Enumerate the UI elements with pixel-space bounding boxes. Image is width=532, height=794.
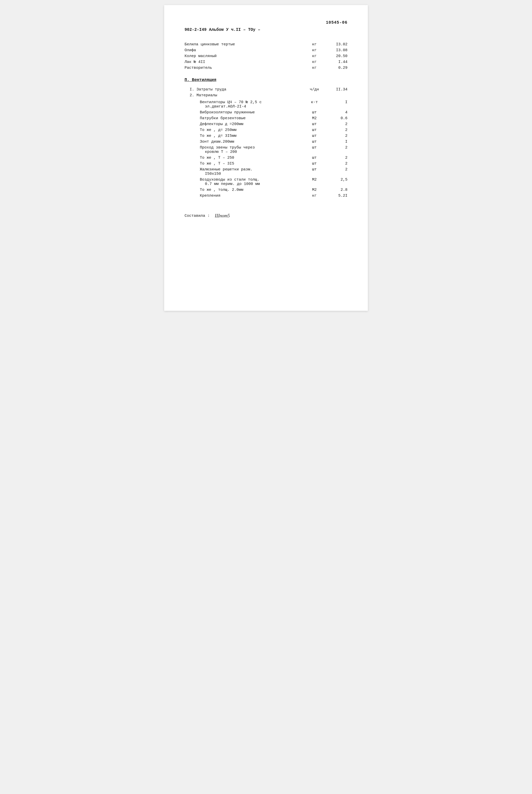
item-name: То же , д= 3I5мм <box>200 134 304 138</box>
item-name: Жалюзиные решетки разм.I50х150 <box>200 167 304 176</box>
item-value: 20.50 <box>325 54 347 58</box>
item-name: Белила цинковые тертые <box>185 42 304 47</box>
section2-items: Вентиляторы ЦЧ – 70 № 2,5 сэл.двигат.АОЛ… <box>200 100 347 198</box>
item-unit: шт <box>304 145 325 150</box>
list-item: То же , толщ. 2.0ммМ22.8 <box>200 188 347 192</box>
item-unit: М2 <box>304 178 325 182</box>
item-unit: к-т <box>304 100 325 105</box>
item-value: 4 <box>325 110 347 115</box>
item-name: Лак № 4II <box>185 60 304 64</box>
item-name: Патрубки брезентовые <box>200 116 304 121</box>
item-value: 2.8 <box>325 188 347 192</box>
labor-row: I. Затраты труда ч/дн II.34 <box>190 87 347 92</box>
header-title: 902-2-I49 Альбом У ч.II – ТОу – <box>185 27 347 32</box>
table-row: Лак № 4IIкгI.44 <box>185 60 347 64</box>
item-name: Зонт диам.200мм <box>200 140 304 144</box>
item-name: Проход звены трубы черезкровлю Т – 200 <box>200 145 304 154</box>
list-item: То же , д= 3I5ммшт2 <box>200 134 347 138</box>
labor-value: II.34 <box>325 87 347 92</box>
item-value: 5.2I <box>325 193 347 198</box>
item-name: Крепления <box>200 193 304 198</box>
section2-title: П. Вентиляция <box>185 78 347 82</box>
list-item: То же , Т – 250шт2 <box>200 155 347 160</box>
item-unit: шт <box>304 134 325 138</box>
signature-section: Составила : Шпот5 <box>185 213 347 219</box>
item-value: 0.29 <box>325 66 347 70</box>
list-item: Жалюзиные решетки разм.I50х150шт2 <box>200 167 347 176</box>
item-unit: М2 <box>304 188 325 192</box>
item-name: Дефлекторы д =200мм <box>200 122 304 126</box>
item-value: 2 <box>325 128 347 132</box>
item-name: Олифа <box>185 48 304 53</box>
item-unit: кг <box>304 66 325 70</box>
list-item: Креплениякг5.2I <box>200 193 347 198</box>
list-item: Проход звены трубы черезкровлю Т – 200шт… <box>200 145 347 154</box>
item-value: I3.08 <box>325 48 347 53</box>
item-value: I <box>325 100 347 105</box>
table-row: Белила цинковые тертыекгI3.02 <box>185 42 347 47</box>
item-name: То же , Т – 3I5 <box>200 162 304 166</box>
item-value: 2,5 <box>325 178 347 182</box>
item-name: Вентиляторы ЦЧ – 70 № 2,5 сэл.двигат.АОЛ… <box>200 100 304 109</box>
list-item: Патрубки брезентовыеМ20.6 <box>200 116 347 121</box>
item-unit: кг <box>304 60 325 64</box>
table-row: ОлифакгI3.08 <box>185 48 347 53</box>
list-item: Воздуховоды из стали толщ.0.7 мм перим. … <box>200 178 347 186</box>
list-item: Вентиляторы ЦЧ – 70 № 2,5 сэл.двигат.АОЛ… <box>200 100 347 109</box>
item-value: I3.02 <box>325 42 347 47</box>
table-row: Колер масляныйкг20.50 <box>185 54 347 58</box>
item-name: Виброизоляторы пружинные <box>200 110 304 115</box>
item-unit: шт <box>304 110 325 115</box>
item-unit: кг <box>304 193 325 198</box>
item-unit: шт <box>304 140 325 144</box>
item-unit: шт <box>304 162 325 166</box>
item-value: 2 <box>325 122 347 126</box>
item-name: Колер масляный <box>185 54 304 58</box>
top-materials-table: Белила цинковые тертыекгI3.02ОлифакгI3.0… <box>185 42 347 70</box>
list-item: Виброизоляторы пружинныешт4 <box>200 110 347 115</box>
item-value: 0.6 <box>325 116 347 121</box>
item-name: Растворитель <box>185 66 304 70</box>
item-unit: М2 <box>304 116 325 121</box>
item-name: То же , Т – 250 <box>200 155 304 160</box>
item-value: 2 <box>325 162 347 166</box>
item-value: I <box>325 140 347 144</box>
item-value: I.44 <box>325 60 347 64</box>
list-item: То же , Т – 3I5шт2 <box>200 162 347 166</box>
labor-label: I. Затраты труда <box>190 87 304 92</box>
item-unit: шт <box>304 122 325 126</box>
item-unit: шт <box>304 155 325 160</box>
item-name: То же , д= 250мм <box>200 128 304 132</box>
item-value: 2 <box>325 145 347 150</box>
section2-content: I. Затраты труда ч/дн II.34 2. Материалы… <box>190 87 347 198</box>
materials-header: 2. Материалы <box>190 93 347 97</box>
item-unit: шт <box>304 128 325 132</box>
item-unit: кг <box>304 54 325 58</box>
signature: Шпот5 <box>215 213 230 219</box>
item-name: Воздуховоды из стали толщ.0.7 мм перим. … <box>200 178 304 186</box>
labor-unit: ч/дн <box>304 87 325 92</box>
document-page: 10545-06 902-2-I49 Альбом У ч.II – ТОу –… <box>164 5 368 311</box>
signature-label: Составила : <box>185 214 210 218</box>
item-unit: кг <box>304 42 325 47</box>
list-item: То же , д= 250ммшт2 <box>200 128 347 132</box>
item-value: 2 <box>325 155 347 160</box>
list-item: Дефлекторы д =200ммшт2 <box>200 122 347 126</box>
item-value: 2 <box>325 167 347 172</box>
table-row: Растворителькг0.29 <box>185 66 347 70</box>
item-unit: кг <box>304 48 325 53</box>
item-name: То же , толщ. 2.0мм <box>200 188 304 192</box>
item-unit: шт <box>304 167 325 172</box>
list-item: Зонт диам.200ммштI <box>200 140 347 144</box>
item-value: 2 <box>325 134 347 138</box>
document-number: 10545-06 <box>185 20 347 25</box>
